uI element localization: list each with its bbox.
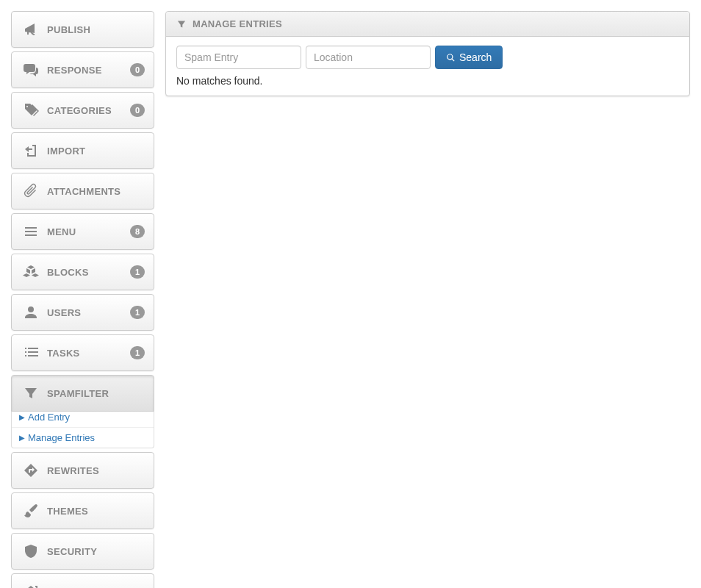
bullhorn-icon — [21, 22, 41, 37]
sidebar-item-label: ATTACHMENTS — [47, 186, 145, 197]
sidebar-item-spamfilter[interactable]: SPAMFILTER — [11, 375, 154, 412]
sidebar-item-publish[interactable]: PUBLISH — [11, 11, 154, 48]
sidebar-item-response[interactable]: RESPONSE 0 — [11, 51, 154, 88]
user-icon — [21, 305, 41, 320]
caret-right-icon: ▶ — [19, 413, 25, 421]
spam-entry-input[interactable] — [176, 46, 301, 69]
caret-right-icon: ▶ — [19, 434, 25, 442]
subnav-manage-entries[interactable]: ▶ Manage Entries — [12, 428, 154, 448]
sidebar-item-website[interactable]: WEBSITE — [11, 573, 154, 588]
panel-title: MANAGE ENTRIES — [193, 18, 282, 29]
search-form: Search — [176, 46, 679, 69]
paperclip-icon — [21, 184, 41, 198]
subnav-label: Add Entry — [28, 412, 70, 423]
sidebar-item-label: IMPORT — [47, 146, 145, 157]
badge-count: 1 — [130, 265, 145, 279]
sidebar-item-import[interactable]: IMPORT — [11, 132, 154, 169]
sidebar-item-themes[interactable]: THEMES — [11, 492, 154, 529]
tasks-icon — [21, 345, 41, 360]
filter-icon — [176, 19, 187, 29]
sidebar-item-rewrites[interactable]: REWRITES — [11, 452, 154, 489]
badge-count: 1 — [130, 346, 145, 359]
sidebar-item-label: SECURITY — [47, 546, 145, 557]
search-icon — [446, 53, 456, 62]
paint-brush-icon — [21, 503, 41, 518]
sidebar-item-security[interactable]: SECURITY — [11, 533, 154, 570]
tags-icon — [21, 103, 41, 118]
shield-icon — [21, 544, 41, 559]
badge-count: 0 — [130, 104, 145, 117]
subnav-spamfilter: ▶ Add Entry ▶ Manage Entries — [11, 407, 154, 448]
sidebar-item-tasks[interactable]: TASKS 1 — [11, 334, 154, 371]
result-message: No matches found. — [176, 75, 679, 87]
badge-count: 0 — [130, 63, 145, 76]
menu-icon — [21, 224, 41, 239]
search-button-label: Search — [459, 51, 492, 63]
sidebar-item-label: BLOCKS — [47, 267, 130, 278]
subnav-label: Manage Entries — [28, 432, 95, 443]
sidebar-item-blocks[interactable]: BLOCKS 1 — [11, 254, 154, 290]
sidebar-item-label: SPAMFILTER — [47, 388, 145, 399]
sidebar-item-label: CATEGORIES — [47, 105, 130, 116]
sidebar-item-menu[interactable]: MENU 8 — [11, 213, 154, 250]
search-button[interactable]: Search — [435, 46, 503, 69]
filter-icon — [21, 386, 41, 401]
panel-body: Search No matches found. — [166, 37, 689, 96]
sidebar-item-attachments[interactable]: ATTACHMENTS — [11, 173, 154, 209]
home-icon — [21, 584, 41, 588]
directions-icon — [21, 463, 41, 478]
badge-count: 8 — [130, 225, 145, 238]
sidebar-item-label: RESPONSE — [47, 65, 130, 76]
panel-header: MANAGE ENTRIES — [166, 12, 689, 37]
sidebar: PUBLISH RESPONSE 0 CATEGORIES 0 IMPORT A… — [11, 11, 154, 588]
location-input[interactable] — [306, 46, 431, 69]
sidebar-item-categories[interactable]: CATEGORIES 0 — [11, 92, 154, 129]
manage-entries-panel: MANAGE ENTRIES Search No matches found. — [165, 11, 690, 96]
main-content: MANAGE ENTRIES Search No matches found. — [165, 11, 690, 588]
sidebar-item-label: PUBLISH — [47, 24, 145, 35]
sidebar-item-label: THEMES — [47, 506, 145, 517]
comments-icon — [21, 62, 41, 77]
sidebar-item-label: REWRITES — [47, 465, 145, 476]
sidebar-item-label: TASKS — [47, 348, 130, 359]
sidebar-item-label: USERS — [47, 307, 130, 318]
import-icon — [21, 143, 41, 158]
badge-count: 1 — [130, 306, 145, 319]
sidebar-item-users[interactable]: USERS 1 — [11, 294, 154, 331]
cubes-icon — [21, 265, 41, 279]
sidebar-item-label: MENU — [47, 226, 130, 237]
